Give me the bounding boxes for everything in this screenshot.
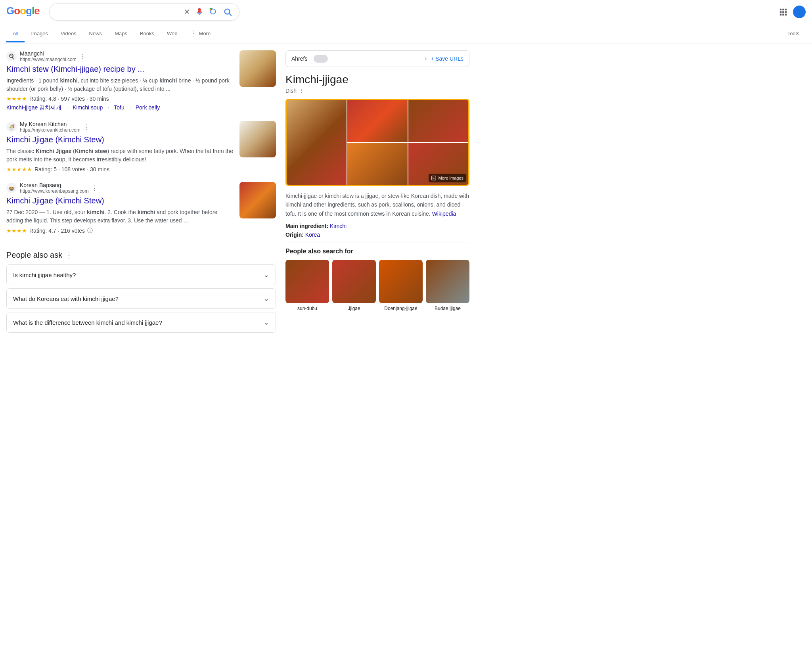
tab-all[interactable]: All xyxy=(6,26,25,42)
grid-icon xyxy=(779,8,787,16)
kp-type: Dish ⋮ xyxy=(285,88,469,94)
korea-link[interactable]: Korea xyxy=(305,232,320,238)
result-link[interactable]: Kimchi-jjigae 김치찌개 xyxy=(6,104,61,111)
paa-question[interactable]: What do Koreans eat with kimchi jjigae? … xyxy=(7,289,276,308)
svg-line-2 xyxy=(229,13,231,15)
kimchi-link[interactable]: Kimchi xyxy=(330,223,347,229)
result-content: 🍜 My Korean Kitchen https://mykoreankitc… xyxy=(6,121,233,172)
voice-search-button[interactable] xyxy=(195,7,204,17)
star-rating: ★★★★ xyxy=(6,96,27,102)
svg-rect-8 xyxy=(785,11,787,13)
tab-more[interactable]: ⋮ More xyxy=(184,24,217,44)
google-logo[interactable]: Google xyxy=(6,5,43,19)
also-search-label: Jjigae xyxy=(332,306,376,311)
tab-news[interactable]: News xyxy=(83,26,109,42)
kp-image-br2[interactable]: More images xyxy=(408,143,468,185)
search-icons: ✕ xyxy=(183,7,233,17)
three-dot-menu[interactable]: ⋮ xyxy=(80,53,86,60)
kp-image-tr[interactable] xyxy=(347,100,407,142)
svg-point-13 xyxy=(433,177,433,178)
also-search-image xyxy=(379,260,423,303)
result-thumbnail[interactable] xyxy=(239,121,276,157)
source-avatar: 🍳 xyxy=(6,51,17,61)
star-rating: ★★★★★ xyxy=(6,166,32,172)
kp-origin: Origin: Korea xyxy=(285,232,469,238)
clear-button[interactable]: ✕ xyxy=(183,7,191,17)
rating-text: Rating: 4.7 · 216 votes xyxy=(29,228,85,234)
also-search-image xyxy=(285,260,329,303)
ahrefs-label: Ahrefs xyxy=(291,56,307,62)
also-search-title: People also search for xyxy=(285,248,469,255)
paa-question-text: What is the difference between kimchi an… xyxy=(13,319,162,326)
result-link[interactable]: Tofu xyxy=(114,104,124,111)
three-dot-menu[interactable]: ⋮ xyxy=(84,123,90,131)
svg-rect-3 xyxy=(780,9,782,11)
tab-videos[interactable]: Videos xyxy=(54,26,83,42)
also-search-item[interactable]: Budae jjigae xyxy=(426,260,469,311)
result-snippet: 27 Dec 2020 — 1. Use old, sour kimchi. 2… xyxy=(6,208,233,225)
main-layout: 🍳 Maangchi https://www.maangchi.com ⋮ Ki… xyxy=(0,44,476,345)
also-search-image xyxy=(426,260,469,303)
more-dots-icon: ⋮ xyxy=(190,29,197,38)
lens-button[interactable] xyxy=(208,7,218,17)
svg-rect-12 xyxy=(432,176,436,180)
apps-button[interactable] xyxy=(778,7,788,17)
search-input[interactable]: kimchi jjigae xyxy=(56,8,180,15)
wikipedia-link[interactable]: Wikipedia xyxy=(432,211,456,217)
header: Google kimchi jjigae ✕ xyxy=(0,0,812,24)
kp-image-main[interactable] xyxy=(287,100,347,185)
save-urls-button[interactable]: + + Save URLs xyxy=(424,56,463,62)
search-button[interactable] xyxy=(222,7,233,17)
result-title[interactable]: Kimchi Jjigae (Kimchi Stew) xyxy=(6,134,233,145)
search-magnify-icon xyxy=(223,8,232,16)
paa-question[interactable]: Is kimchi jjigae healthy? ⌄ xyxy=(7,265,276,285)
source-line: 🍳 Maangchi https://www.maangchi.com ⋮ xyxy=(6,50,233,62)
also-search-label: Doenjang-jjigae xyxy=(379,306,423,311)
source-avatar: 🍜 xyxy=(6,122,17,132)
avatar[interactable]: 👤 xyxy=(793,6,806,18)
result-thumbnail[interactable] xyxy=(239,50,276,87)
also-search-item[interactable]: Doenjang-jjigae xyxy=(379,260,423,311)
source-line: 🍲 Korean Bapsang https://www.koreanbapsa… xyxy=(6,182,233,194)
also-search-item[interactable]: Jjigae xyxy=(332,260,376,311)
results-column: 🍳 Maangchi https://www.maangchi.com ⋮ Ki… xyxy=(6,50,276,339)
tab-tools[interactable]: Tools xyxy=(781,26,806,42)
result-link[interactable]: Pork belly xyxy=(136,104,160,111)
source-url: https://www.maangchi.com xyxy=(20,57,77,62)
kp-images[interactable]: More images xyxy=(285,99,469,186)
separator: · xyxy=(129,104,131,111)
kp-main-ingredient: Main ingredient: Kimchi xyxy=(285,223,469,229)
paa-question[interactable]: What is the difference between kimchi an… xyxy=(7,312,276,332)
info-icon[interactable]: ⓘ xyxy=(87,227,93,234)
paa-item: Is kimchi jjigae healthy? ⌄ xyxy=(6,264,276,285)
also-search-label: sun-dubu xyxy=(285,306,329,311)
kp-image-tr2[interactable] xyxy=(408,100,468,142)
result-thumbnail[interactable] xyxy=(239,182,276,218)
source-avatar: 🍲 xyxy=(6,183,17,193)
ahrefs-toggle[interactable] xyxy=(314,55,328,63)
result-item: 🍳 Maangchi https://www.maangchi.com ⋮ Ki… xyxy=(6,50,276,111)
also-search-grid: sun-dubu Jjigae Doenjang-jjigae Budae jj… xyxy=(285,260,469,311)
source-name: Maangchi xyxy=(20,50,77,57)
separator: · xyxy=(66,104,68,111)
tab-web[interactable]: Web xyxy=(161,26,184,42)
kp-type-more-icon[interactable]: ⋮ xyxy=(299,88,304,94)
more-images-overlay[interactable]: More images xyxy=(429,174,466,182)
chevron-down-icon: ⌄ xyxy=(263,270,269,279)
svg-rect-10 xyxy=(782,14,784,16)
paa-more-icon[interactable]: ⋮ xyxy=(65,251,73,260)
also-search-item[interactable]: sun-dubu xyxy=(285,260,329,311)
three-dot-menu[interactable]: ⋮ xyxy=(92,184,98,192)
result-title[interactable]: Kimchi Jjigae (Kimchi Stew) xyxy=(6,195,233,206)
result-title[interactable]: Kimchi stew (Kimchi-jjigae) recipe by ..… xyxy=(6,64,233,74)
tab-maps[interactable]: Maps xyxy=(108,26,134,42)
result-link[interactable]: Kimchi soup xyxy=(73,104,103,111)
result-snippet: Ingredients · 1 pound kimchi, cut into b… xyxy=(6,77,233,93)
result-content: 🍲 Korean Bapsang https://www.koreanbapsa… xyxy=(6,182,233,234)
kp-title: Kimchi-jjigae xyxy=(285,73,469,86)
mic-icon xyxy=(195,8,203,16)
kp-image-br[interactable] xyxy=(347,143,407,185)
tab-images[interactable]: Images xyxy=(25,26,54,42)
tab-books[interactable]: Books xyxy=(134,26,161,42)
star-rating: ★★★★ xyxy=(6,228,27,234)
